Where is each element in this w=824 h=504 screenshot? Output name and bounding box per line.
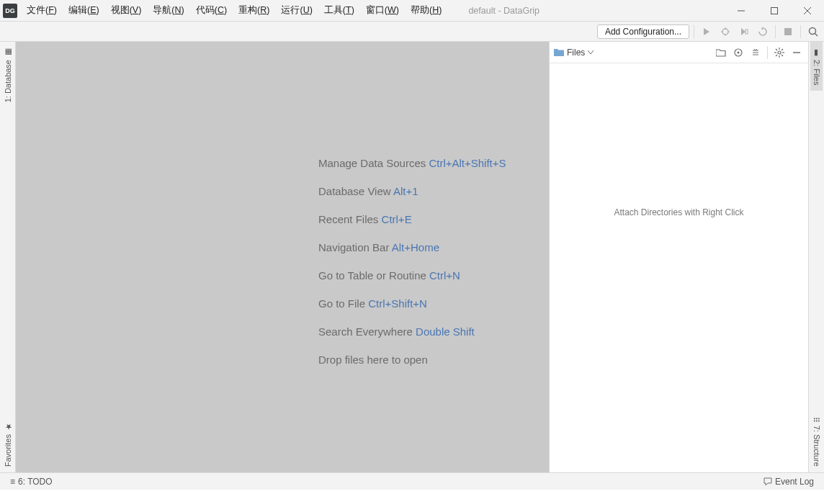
menu-n[interactable]: 导航(N) bbox=[148, 1, 189, 19]
body: 1: Database ▦ Favorites ★ Manage Data So… bbox=[0, 42, 824, 472]
hint-shortcut: Ctrl+N bbox=[429, 269, 460, 282]
svg-point-11 bbox=[810, 27, 816, 34]
structure-tool-label: 7: Structure bbox=[812, 426, 821, 467]
run-with-coverage-icon[interactable] bbox=[736, 24, 752, 40]
debug-icon[interactable] bbox=[717, 24, 733, 40]
close-button[interactable] bbox=[791, 0, 824, 22]
hint-shortcut: Ctrl+E bbox=[382, 213, 412, 225]
right-tool-gutter: ▮ 2: Files ⠿ 7: Structure bbox=[808, 42, 824, 472]
files-panel: Files Attach Directories with Right Clic… bbox=[549, 42, 808, 472]
files-panel-header: Files bbox=[550, 42, 808, 63]
svg-point-14 bbox=[738, 51, 740, 53]
hint-label: Recent Files bbox=[318, 213, 382, 225]
speech-bubble-icon bbox=[763, 477, 772, 486]
collapse-all-icon[interactable] bbox=[748, 45, 763, 60]
svg-line-23 bbox=[776, 55, 777, 56]
open-folder-icon[interactable] bbox=[714, 45, 728, 60]
welcome-hints: Manage Data Sources Ctrl+Alt+Shift+SData… bbox=[318, 157, 506, 382]
hint-label: Database View bbox=[318, 185, 393, 197]
favorites-tool-tab[interactable]: Favorites ★ bbox=[1, 416, 14, 472]
main-menu: 文件(F)编辑(E)视图(V)导航(N)代码(C)重构(R)运行(U)工具(T)… bbox=[22, 1, 447, 19]
hint-shortcut: Ctrl+Alt+Shift+S bbox=[429, 157, 506, 169]
event-log-label: Event Log bbox=[775, 477, 814, 487]
svg-rect-1 bbox=[771, 7, 778, 14]
event-log-item[interactable]: Event Log bbox=[759, 477, 818, 487]
structure-tool-tab[interactable]: ⠿ 7: Structure bbox=[810, 411, 823, 472]
separator bbox=[800, 25, 801, 38]
window-title: default - DataGrip bbox=[447, 6, 725, 16]
hint-shortcut: Alt+Home bbox=[392, 241, 439, 253]
run-icon[interactable] bbox=[699, 24, 715, 40]
gear-icon[interactable] bbox=[772, 45, 787, 60]
hint-row: Recent Files Ctrl+E bbox=[318, 213, 506, 225]
files-panel-body[interactable]: Attach Directories with Right Click bbox=[550, 63, 808, 472]
menu-e[interactable]: 编辑(E) bbox=[63, 1, 104, 19]
files-tool-label: 2: Files bbox=[812, 60, 821, 85]
svg-point-15 bbox=[778, 51, 781, 54]
svg-line-22 bbox=[782, 49, 783, 50]
app-icon: DG bbox=[3, 4, 17, 18]
hint-row: Go to File Ctrl+Shift+N bbox=[318, 297, 506, 310]
menu-f[interactable]: 文件(F) bbox=[22, 1, 62, 19]
add-configuration-button[interactable]: Add Configuration... bbox=[597, 24, 689, 39]
title-bar: DG 文件(F)编辑(E)视图(V)导航(N)代码(C)重构(R)运行(U)工具… bbox=[0, 0, 824, 22]
todo-label: 6: TODO bbox=[18, 477, 53, 487]
hint-row: Drop files here to open bbox=[318, 354, 506, 366]
svg-point-4 bbox=[722, 29, 728, 35]
stop-icon[interactable] bbox=[780, 24, 796, 40]
hint-row: Manage Data Sources Ctrl+Alt+Shift+S bbox=[318, 157, 506, 169]
database-tool-label: 1: Database bbox=[4, 60, 12, 102]
menu-c[interactable]: 代码(C) bbox=[191, 1, 232, 19]
hint-label: Search Everywhere bbox=[318, 325, 416, 338]
svg-rect-10 bbox=[784, 28, 792, 35]
toolbar: Add Configuration... bbox=[0, 22, 824, 42]
hint-label: Manage Data Sources bbox=[318, 157, 429, 169]
hint-row: Navigation Bar Alt+Home bbox=[318, 241, 506, 253]
update-icon[interactable] bbox=[755, 24, 771, 40]
hint-label: Navigation Bar bbox=[318, 241, 392, 253]
separator bbox=[694, 25, 694, 38]
svg-rect-9 bbox=[745, 30, 748, 34]
folder-icon bbox=[554, 48, 564, 57]
hint-row: Search Everywhere Double Shift bbox=[318, 325, 506, 338]
hint-label: Go to Table or Routine bbox=[318, 269, 429, 282]
menu-t[interactable]: 工具(T) bbox=[319, 1, 359, 19]
todo-status-item[interactable]: ≡ 6: TODO bbox=[6, 477, 57, 487]
menu-r[interactable]: 重构(R) bbox=[233, 1, 274, 19]
hint-label: Go to File bbox=[318, 297, 368, 310]
hint-row: Go to Table or Routine Ctrl+N bbox=[318, 269, 506, 282]
status-bar: ≡ 6: TODO Event Log bbox=[0, 472, 824, 490]
hint-shortcut: Double Shift bbox=[416, 325, 475, 338]
separator bbox=[775, 25, 776, 38]
hint-row: Database View Alt+1 bbox=[318, 185, 506, 197]
editor-area: Manage Data Sources Ctrl+Alt+Shift+SData… bbox=[16, 42, 808, 472]
search-icon[interactable] bbox=[805, 24, 821, 40]
minimize-panel-icon[interactable] bbox=[789, 45, 804, 60]
separator bbox=[767, 46, 768, 59]
target-icon[interactable] bbox=[731, 45, 745, 60]
database-tool-tab[interactable]: 1: Database ▦ bbox=[1, 42, 14, 108]
svg-line-12 bbox=[815, 33, 818, 36]
list-icon: ≡ bbox=[10, 477, 15, 487]
menu-w[interactable]: 窗口(W) bbox=[361, 1, 404, 19]
minimize-button[interactable] bbox=[725, 0, 758, 22]
left-tool-gutter: 1: Database ▦ Favorites ★ bbox=[0, 42, 16, 472]
files-panel-title[interactable]: Files bbox=[554, 48, 594, 58]
svg-line-20 bbox=[776, 49, 777, 50]
chevron-down-icon bbox=[588, 50, 594, 55]
files-panel-title-text: Files bbox=[567, 48, 585, 58]
window-controls bbox=[725, 0, 824, 22]
files-empty-text: Attach Directories with Right Click bbox=[614, 207, 743, 217]
structure-icon: ⠿ bbox=[812, 417, 821, 423]
hint-label: Drop files here to open bbox=[318, 354, 428, 366]
star-icon: ★ bbox=[3, 422, 12, 431]
favorites-tool-label: Favorites bbox=[4, 434, 12, 467]
menu-h[interactable]: 帮助(H) bbox=[406, 1, 447, 19]
menu-u[interactable]: 运行(U) bbox=[276, 1, 317, 19]
hint-shortcut: Alt+1 bbox=[393, 185, 418, 197]
maximize-button[interactable] bbox=[758, 0, 791, 22]
menu-v[interactable]: 视图(V) bbox=[106, 1, 147, 19]
files-tool-tab[interactable]: ▮ 2: Files bbox=[810, 42, 823, 91]
svg-line-21 bbox=[782, 55, 783, 56]
database-icon: ▦ bbox=[3, 48, 12, 57]
